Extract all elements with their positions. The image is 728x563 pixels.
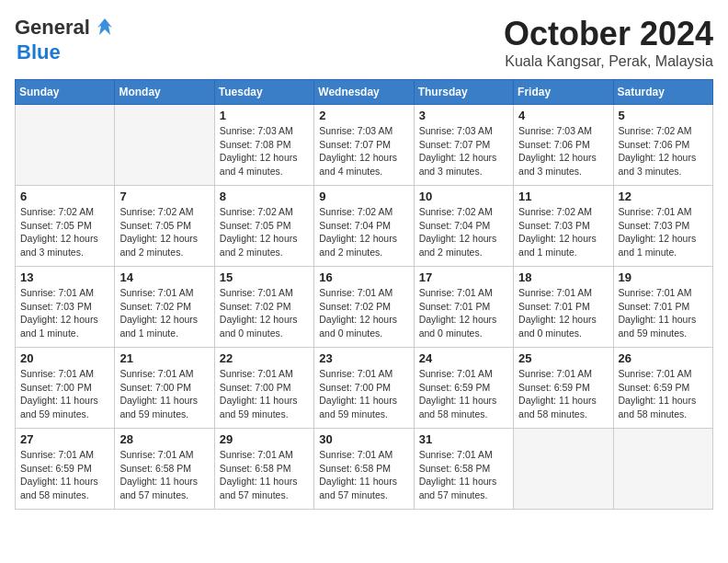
day-number: 20: [20, 351, 109, 365]
calendar-day-cell: 29Sunrise: 7:01 AM Sunset: 6:58 PM Dayli…: [214, 429, 313, 510]
calendar-day-cell: [514, 429, 613, 510]
day-info: Sunrise: 7:01 AM Sunset: 6:58 PM Dayligh…: [319, 448, 408, 502]
location: Kuala Kangsar, Perak, Malaysia: [504, 53, 713, 70]
day-info: Sunrise: 7:01 AM Sunset: 6:59 PM Dayligh…: [518, 367, 608, 421]
calendar-day-cell: 28Sunrise: 7:01 AM Sunset: 6:58 PM Dayli…: [115, 429, 214, 510]
weekday-header-cell: Saturday: [613, 80, 712, 105]
day-info: Sunrise: 7:03 AM Sunset: 7:07 PM Dayligh…: [419, 124, 508, 178]
calendar-day-cell: 30Sunrise: 7:01 AM Sunset: 6:58 PM Dayli…: [314, 429, 414, 510]
day-number: 28: [119, 432, 209, 446]
day-number: 27: [20, 432, 109, 446]
weekday-header-cell: Monday: [115, 80, 214, 105]
calendar-day-cell: 13Sunrise: 7:01 AM Sunset: 7:03 PM Dayli…: [16, 267, 115, 348]
calendar-day-cell: 25Sunrise: 7:01 AM Sunset: 6:59 PM Dayli…: [514, 348, 613, 429]
calendar-day-cell: 21Sunrise: 7:01 AM Sunset: 7:00 PM Dayli…: [115, 348, 214, 429]
day-number: 13: [20, 270, 109, 284]
day-number: 1: [220, 109, 309, 122]
calendar-day-cell: 11Sunrise: 7:02 AM Sunset: 7:03 PM Dayli…: [514, 186, 613, 267]
day-number: 6: [20, 190, 109, 203]
day-info: Sunrise: 7:01 AM Sunset: 7:03 PM Dayligh…: [20, 286, 109, 340]
calendar-day-cell: 12Sunrise: 7:01 AM Sunset: 7:03 PM Dayli…: [613, 186, 712, 267]
calendar-day-cell: 9Sunrise: 7:02 AM Sunset: 7:04 PM Daylig…: [314, 186, 414, 267]
day-info: Sunrise: 7:02 AM Sunset: 7:05 PM Dayligh…: [119, 205, 209, 259]
day-number: 7: [119, 190, 209, 203]
day-number: 8: [220, 190, 309, 203]
calendar-day-cell: [115, 105, 214, 186]
calendar-day-cell: 15Sunrise: 7:01 AM Sunset: 7:02 PM Dayli…: [214, 267, 313, 348]
day-info: Sunrise: 7:01 AM Sunset: 7:02 PM Dayligh…: [220, 286, 309, 340]
weekday-header-cell: Tuesday: [214, 80, 313, 105]
weekday-header-cell: Friday: [514, 80, 613, 105]
calendar-day-cell: 6Sunrise: 7:02 AM Sunset: 7:05 PM Daylig…: [16, 186, 115, 267]
calendar-day-cell: 2Sunrise: 7:03 AM Sunset: 7:07 PM Daylig…: [314, 105, 414, 186]
day-info: Sunrise: 7:01 AM Sunset: 7:02 PM Dayligh…: [119, 286, 209, 340]
calendar-day-cell: 24Sunrise: 7:01 AM Sunset: 6:59 PM Dayli…: [414, 348, 513, 429]
calendar-week-row: 1Sunrise: 7:03 AM Sunset: 7:08 PM Daylig…: [16, 105, 713, 186]
calendar-day-cell: 19Sunrise: 7:01 AM Sunset: 7:01 PM Dayli…: [613, 267, 712, 348]
day-info: Sunrise: 7:02 AM Sunset: 7:05 PM Dayligh…: [20, 205, 109, 259]
day-info: Sunrise: 7:02 AM Sunset: 7:03 PM Dayligh…: [518, 205, 608, 259]
day-number: 17: [419, 270, 508, 284]
calendar-day-cell: [613, 429, 712, 510]
day-info: Sunrise: 7:02 AM Sunset: 7:06 PM Dayligh…: [619, 124, 708, 178]
logo-blue: Blue: [17, 40, 61, 63]
day-number: 25: [518, 351, 608, 365]
day-info: Sunrise: 7:03 AM Sunset: 7:06 PM Dayligh…: [518, 124, 608, 178]
day-info: Sunrise: 7:01 AM Sunset: 7:03 PM Dayligh…: [619, 205, 708, 259]
calendar-day-cell: 3Sunrise: 7:03 AM Sunset: 7:07 PM Daylig…: [414, 105, 513, 186]
calendar-week-row: 20Sunrise: 7:01 AM Sunset: 7:00 PM Dayli…: [16, 348, 713, 429]
calendar-body: 1Sunrise: 7:03 AM Sunset: 7:08 PM Daylig…: [16, 105, 713, 510]
calendar-day-cell: 18Sunrise: 7:01 AM Sunset: 7:01 PM Dayli…: [514, 267, 613, 348]
day-info: Sunrise: 7:01 AM Sunset: 6:58 PM Dayligh…: [419, 448, 508, 502]
svg-marker-0: [97, 18, 112, 35]
day-number: 22: [220, 351, 309, 365]
calendar-day-cell: 31Sunrise: 7:01 AM Sunset: 6:58 PM Dayli…: [414, 429, 513, 510]
day-number: 31: [419, 432, 508, 446]
calendar-day-cell: 26Sunrise: 7:01 AM Sunset: 6:59 PM Dayli…: [613, 348, 712, 429]
day-info: Sunrise: 7:02 AM Sunset: 7:05 PM Dayligh…: [220, 205, 309, 259]
logo-bird-icon: [92, 15, 118, 40]
day-info: Sunrise: 7:01 AM Sunset: 6:59 PM Dayligh…: [619, 367, 708, 421]
calendar-day-cell: 1Sunrise: 7:03 AM Sunset: 7:08 PM Daylig…: [214, 105, 313, 186]
day-number: 26: [619, 351, 708, 365]
calendar-week-row: 13Sunrise: 7:01 AM Sunset: 7:03 PM Dayli…: [16, 267, 713, 348]
day-info: Sunrise: 7:01 AM Sunset: 6:58 PM Dayligh…: [220, 448, 309, 502]
calendar-week-row: 6Sunrise: 7:02 AM Sunset: 7:05 PM Daylig…: [16, 186, 713, 267]
calendar-day-cell: 16Sunrise: 7:01 AM Sunset: 7:02 PM Dayli…: [314, 267, 414, 348]
calendar-day-cell: 4Sunrise: 7:03 AM Sunset: 7:06 PM Daylig…: [514, 105, 613, 186]
day-number: 12: [619, 190, 708, 203]
month-title: October 2024: [504, 15, 713, 53]
calendar-table: SundayMondayTuesdayWednesdayThursdayFrid…: [15, 79, 713, 510]
day-info: Sunrise: 7:01 AM Sunset: 7:00 PM Dayligh…: [119, 367, 209, 421]
day-number: 3: [419, 109, 508, 122]
calendar-day-cell: 20Sunrise: 7:01 AM Sunset: 7:00 PM Dayli…: [16, 348, 115, 429]
day-info: Sunrise: 7:01 AM Sunset: 7:00 PM Dayligh…: [319, 367, 408, 421]
title-block: October 2024 Kuala Kangsar, Perak, Malay…: [504, 15, 713, 70]
day-info: Sunrise: 7:03 AM Sunset: 7:07 PM Dayligh…: [319, 124, 408, 178]
weekday-header-cell: Wednesday: [314, 80, 414, 105]
calendar-header-row: SundayMondayTuesdayWednesdayThursdayFrid…: [16, 80, 713, 105]
day-number: 23: [319, 351, 408, 365]
day-number: 21: [119, 351, 209, 365]
day-info: Sunrise: 7:01 AM Sunset: 7:00 PM Dayligh…: [20, 367, 109, 421]
day-number: 5: [619, 109, 708, 122]
calendar-day-cell: 7Sunrise: 7:02 AM Sunset: 7:05 PM Daylig…: [115, 186, 214, 267]
calendar-day-cell: 5Sunrise: 7:02 AM Sunset: 7:06 PM Daylig…: [613, 105, 712, 186]
calendar-day-cell: 27Sunrise: 7:01 AM Sunset: 6:59 PM Dayli…: [16, 429, 115, 510]
day-info: Sunrise: 7:01 AM Sunset: 7:01 PM Dayligh…: [619, 286, 708, 340]
day-number: 9: [319, 190, 408, 203]
calendar-day-cell: 22Sunrise: 7:01 AM Sunset: 7:00 PM Dayli…: [214, 348, 313, 429]
calendar-day-cell: 14Sunrise: 7:01 AM Sunset: 7:02 PM Dayli…: [115, 267, 214, 348]
calendar-week-row: 27Sunrise: 7:01 AM Sunset: 6:59 PM Dayli…: [16, 429, 713, 510]
day-info: Sunrise: 7:02 AM Sunset: 7:04 PM Dayligh…: [419, 205, 508, 259]
day-info: Sunrise: 7:01 AM Sunset: 7:00 PM Dayligh…: [220, 367, 309, 421]
weekday-header-cell: Thursday: [414, 80, 513, 105]
day-number: 19: [619, 270, 708, 284]
weekday-header-cell: Sunday: [16, 80, 115, 105]
day-number: 29: [220, 432, 309, 446]
day-info: Sunrise: 7:01 AM Sunset: 7:01 PM Dayligh…: [419, 286, 508, 340]
day-info: Sunrise: 7:01 AM Sunset: 7:02 PM Dayligh…: [319, 286, 408, 340]
day-number: 18: [518, 270, 608, 284]
day-number: 14: [119, 270, 209, 284]
day-info: Sunrise: 7:01 AM Sunset: 6:58 PM Dayligh…: [119, 448, 209, 502]
